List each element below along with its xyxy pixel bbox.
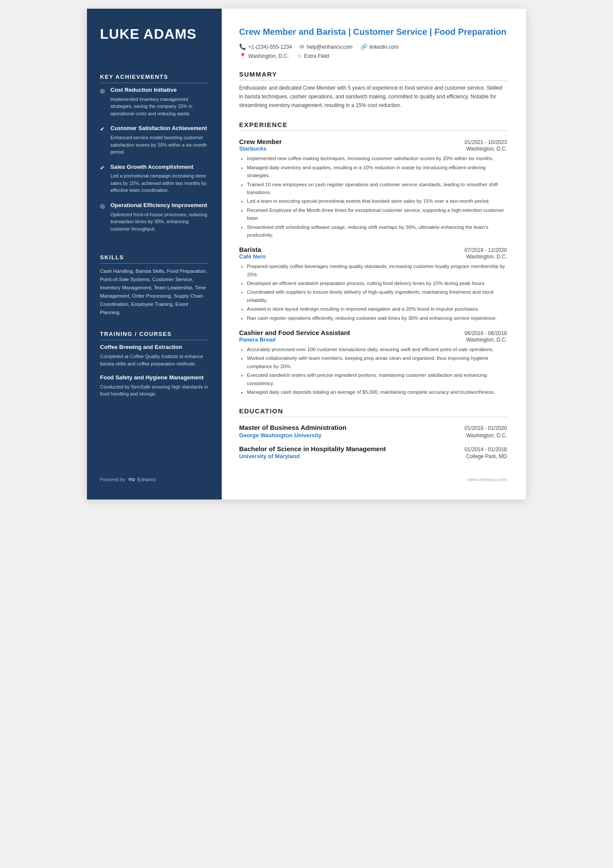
linkedin-contact: 🔗 linkedin.com xyxy=(360,44,399,50)
skills-text: Cash Handling, Barista Skills, Food Prep… xyxy=(100,267,209,317)
email-contact: ✉ help@enhancv.com xyxy=(300,44,352,50)
resume-wrapper: LUKE ADAMS KEY ACHIEVEMENTS ◎ Cost Reduc… xyxy=(87,9,526,499)
exp-header-row: Cashier and Food Service Assistant 06/20… xyxy=(239,329,507,336)
achievement-desc: Enhanced service model boosting customer… xyxy=(110,134,209,156)
bullet-item: Executed sandwich orders with precise in… xyxy=(247,371,507,387)
education-section-title: EDUCATION xyxy=(239,407,507,417)
location-text: Washington, D.C. xyxy=(248,53,289,59)
experience-section-title: EXPERIENCE xyxy=(239,121,507,131)
bullet-item: Worked collaboratively with team members… xyxy=(247,354,507,370)
edu-header-row: Master of Business Administration 01/201… xyxy=(239,423,507,432)
enhancv-brand: Enhancv xyxy=(137,477,156,482)
bullet-item: Implemented new coffee-making techniques… xyxy=(247,154,507,162)
job-location: Washington, D.C. xyxy=(466,254,507,260)
training-desc: Completed at Coffee Quality Institute to… xyxy=(100,353,209,367)
company-name: Starbucks xyxy=(239,145,267,152)
experience-block: Crew Member 01/2021 - 10/2023 Starbucks … xyxy=(239,138,507,239)
exp-header-row: Barista 07/2018 - 12/2020 xyxy=(239,246,507,253)
achievement-item: ✔ Sales Growth Accomplishment Led a prom… xyxy=(100,164,209,194)
achievement-desc: Implemented inventory management strateg… xyxy=(110,96,209,117)
edu-school: University of Maryland xyxy=(239,453,300,459)
footer-url: www.enhancv.com xyxy=(467,477,507,482)
education-block: Master of Business Administration 01/201… xyxy=(239,423,507,439)
check-icon: ✔ xyxy=(100,164,107,171)
achievement-item: ◎ Operational Efficiency Improvement Opt… xyxy=(100,202,209,232)
company-name: Panera Bread xyxy=(239,336,276,343)
exp-header-row: Crew Member 01/2021 - 10/2023 xyxy=(239,138,507,145)
bullet-item: Coordinated with suppliers to ensure tim… xyxy=(247,288,507,304)
skills-section-title: SKILLS xyxy=(100,254,209,264)
sidebar: LUKE ADAMS KEY ACHIEVEMENTS ◎ Cost Reduc… xyxy=(87,9,222,499)
achievement-title: Customer Satisfaction Achievement xyxy=(110,125,209,132)
edu-date: 01/2018 - 01/2020 xyxy=(465,425,507,431)
experience-block: Cashier and Food Service Assistant 06/20… xyxy=(239,329,507,396)
job-date: 07/2018 - 12/2020 xyxy=(465,247,507,253)
extra-field: Extra Field xyxy=(304,53,329,59)
achievement-item: ◎ Cost Reduction Initiative Implemented … xyxy=(100,87,209,117)
location-contact: 📍 Washington, D.C. xyxy=(239,53,289,59)
training-section-title: TRAINING / COURSES xyxy=(100,331,209,340)
edu-school-row: University of Maryland College Park, MD xyxy=(239,453,507,459)
email-address: help@enhancv.com xyxy=(306,44,352,50)
exp-bullets: Accurately processed over 100 customer t… xyxy=(239,345,507,396)
training-desc: Conducted by ServSafe ensuring high stan… xyxy=(100,383,209,398)
achievements-section-title: KEY ACHIEVEMENTS xyxy=(100,74,209,83)
bullet-item: Trained 10 new employees on cash registe… xyxy=(247,181,507,197)
training-title: Coffee Brewing and Extraction xyxy=(100,344,209,351)
phone-contact: 📞 +1-(234)-555-1234 xyxy=(239,44,292,50)
sidebar-footer: Powered by Enhancv xyxy=(100,464,209,482)
edu-date: 01/2014 - 01/2018 xyxy=(465,446,507,452)
exp-company-row: Starbucks Washington, D.C. xyxy=(239,145,507,152)
achievement-desc: Led a promotional campaign increasing st… xyxy=(110,172,209,194)
edu-degree: Bachelor of Science in Hospitality Manag… xyxy=(239,445,386,453)
exp-company-row: Café Nero Washington, D.C. xyxy=(239,253,507,260)
bullet-item: Streamlined shift scheduling software us… xyxy=(247,223,507,239)
bullet-item: Developed an efficient sandwich preparat… xyxy=(247,279,507,287)
edu-header-row: Bachelor of Science in Hospitality Manag… xyxy=(239,445,507,453)
location-icon: 📍 xyxy=(239,53,246,59)
edu-school-row: George Washington University Washington,… xyxy=(239,432,507,439)
training-item: Coffee Brewing and Extraction Completed … xyxy=(100,344,209,367)
job-title-header: Crew Member and Barista | Customer Servi… xyxy=(239,26,507,37)
contact-row: 📞 +1-(234)-555-1234 ✉ help@enhancv.com 🔗… xyxy=(239,44,507,50)
training-title: Food Safety and Hygiene Management xyxy=(100,374,209,382)
bullet-item: Managed daily inventory and supplies, re… xyxy=(247,164,507,180)
job-location: Washington, D.C. xyxy=(466,337,507,343)
education-block: Bachelor of Science in Hospitality Manag… xyxy=(239,445,507,460)
enhancv-logo: Enhancv xyxy=(128,477,156,482)
exp-company-row: Panera Bread Washington, D.C. xyxy=(239,336,507,343)
linkedin-icon: 🔗 xyxy=(360,44,367,50)
phone-number: +1-(234)-555-1234 xyxy=(248,44,292,50)
main-content: Crew Member and Barista | Customer Servi… xyxy=(222,9,526,499)
extra-contact: ☆ Extra Field xyxy=(297,53,329,59)
job-title: Crew Member xyxy=(239,138,282,145)
bullet-item: Assisted in store layout redesign result… xyxy=(247,305,507,313)
check-icon: ✔ xyxy=(100,126,107,132)
job-date: 01/2021 - 10/2023 xyxy=(465,139,507,145)
candidate-name: LUKE ADAMS xyxy=(100,26,209,42)
experience-block: Barista 07/2018 - 12/2020 Café Nero Wash… xyxy=(239,246,507,322)
exp-bullets: Prepared specialty coffee beverages meet… xyxy=(239,262,507,322)
bullet-item: Accurately processed over 100 customer t… xyxy=(247,345,507,353)
company-name: Café Nero xyxy=(239,253,266,260)
edu-degree: Master of Business Administration xyxy=(239,423,346,432)
cost-reduction-icon: ◎ xyxy=(100,87,107,94)
bullet-item: Prepared specialty coffee beverages meet… xyxy=(247,262,507,278)
bullet-item: Led a team in executing special promotio… xyxy=(247,197,507,205)
phone-icon: 📞 xyxy=(239,44,246,50)
achievement-desc: Optimized front-of-house processes, redu… xyxy=(110,211,209,233)
email-icon: ✉ xyxy=(300,44,304,50)
job-date: 06/2016 - 06/2018 xyxy=(465,330,507,336)
exp-bullets: Implemented new coffee-making techniques… xyxy=(239,154,507,239)
job-title: Cashier and Food Service Assistant xyxy=(239,329,350,336)
linkedin-url: linkedin.com xyxy=(370,44,399,50)
main-footer: www.enhancv.com xyxy=(239,477,507,482)
edu-location: Washington, D.C. xyxy=(466,432,507,439)
summary-text: Enthusiastic and dedicated Crew Member w… xyxy=(239,84,507,110)
achievement-title: Sales Growth Accomplishment xyxy=(110,164,209,171)
job-location: Washington, D.C. xyxy=(466,146,507,152)
circle-icon: ◎ xyxy=(100,203,107,209)
bullet-item: Received Employee of the Month three tim… xyxy=(247,206,507,222)
edu-location: College Park, MD xyxy=(466,453,507,459)
edu-school: George Washington University xyxy=(239,432,322,439)
